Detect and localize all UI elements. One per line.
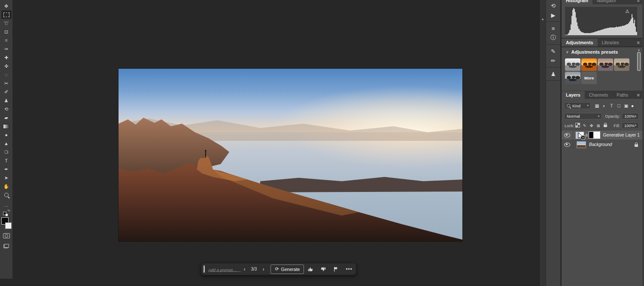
preset-bw-light[interactable] <box>565 58 580 71</box>
tab-navigator[interactable]: Navigator <box>592 0 620 4</box>
taskbar-drag-handle[interactable] <box>204 265 205 273</box>
healing-brush-tool[interactable]: ✜ <box>1 62 12 70</box>
photoshop-window: ✥➰⊡⌗✑✚✜◌✂✐♟⟲▰●▲❍T✒➤✋···↷ <box>0 0 644 286</box>
swap-colors-icon[interactable]: ↷ <box>3 210 10 216</box>
filter-shape-layers-icon[interactable]: □ <box>615 103 623 108</box>
quick-mask-icon <box>3 233 10 238</box>
histogram-refresh-warning-icon[interactable]: ⚠ <box>625 9 629 14</box>
path-selection-tool[interactable]: ➤ <box>1 173 12 182</box>
opacity-input[interactable]: 100% ▾ <box>622 113 639 119</box>
object-selection-tool[interactable]: ⊡ <box>1 27 12 36</box>
move-tool[interactable]: ✥ <box>1 2 12 10</box>
brush-settings-panel-icon[interactable]: ✎ <box>548 46 559 56</box>
clone-stamp-tool[interactable]: ♟ <box>1 96 12 105</box>
preset-sepia[interactable] <box>614 58 629 71</box>
filter-smart-objects-icon[interactable]: ▣ <box>623 103 630 108</box>
type-tool[interactable]: T <box>1 156 12 165</box>
tab-channels[interactable]: Channels <box>585 91 612 99</box>
report-flag-button[interactable] <box>330 266 342 272</box>
brushes-panel-icon[interactable]: ✏ <box>548 56 559 65</box>
thumbs-up-button[interactable] <box>304 266 317 272</box>
blur-tool[interactable]: ● <box>1 131 12 139</box>
canvas-vertical-scrollbar[interactable]: ▲ <box>539 0 546 286</box>
dodge-tool[interactable]: ❍ <box>1 148 12 156</box>
document-photo[interactable] <box>118 69 462 241</box>
layer-name[interactable]: Background <box>589 142 612 147</box>
tab-histogram[interactable]: Histogram <box>562 0 592 4</box>
lock-pixels-icon[interactable]: ✎ <box>581 123 588 128</box>
content-aware-move-tool[interactable]: ✂ <box>1 79 12 88</box>
brush-tool[interactable]: ✐ <box>1 88 12 96</box>
history-panel-icon[interactable]: ⟲ <box>548 1 559 10</box>
next-variation-button[interactable]: › <box>258 266 268 272</box>
eraser-tool[interactable]: ▰ <box>1 113 12 122</box>
crop-tool[interactable]: ⌗ <box>1 36 12 45</box>
background-color-swatch[interactable] <box>5 222 12 229</box>
quick-mask-button[interactable] <box>1 231 12 240</box>
layer-visibility-toggle[interactable] <box>562 140 573 149</box>
lock-position-icon[interactable]: ✥ <box>588 123 595 128</box>
panel-menu-icon[interactable]: ≡ <box>637 92 640 97</box>
sharpen-tool[interactable]: ▲ <box>1 139 12 148</box>
lock-transparency-icon[interactable] <box>574 123 581 128</box>
chevron-down-icon[interactable]: ∨ <box>566 50 569 54</box>
scrollbar-up-icon[interactable]: ▲ <box>540 17 546 21</box>
generate-button[interactable]: ⟳ Generate <box>270 265 304 274</box>
adjustments-scrollbar[interactable]: ▲ <box>637 48 641 90</box>
rectangular-marquee-tool[interactable] <box>1 10 12 19</box>
layer-filter-kind-dropdown[interactable]: Kind ▾ <box>564 102 591 109</box>
presets-more-button[interactable]: More <box>581 72 597 84</box>
layer-thumbnail[interactable] <box>577 141 586 148</box>
preset-muted-mauve[interactable] <box>598 58 613 71</box>
previous-variation-button[interactable]: ‹ <box>240 266 249 272</box>
preset-vivid-sunset[interactable] <box>581 58 597 71</box>
eyedropper-tool[interactable]: ✑ <box>1 45 12 53</box>
remove-tool[interactable]: ◌ <box>1 70 12 79</box>
layer-row-generative-layer-1[interactable]: ✦ 8 Generative Layer 1 <box>562 131 642 140</box>
fill-label: Fill: <box>614 123 620 128</box>
panel-menu-icon[interactable]: ≡ <box>637 0 640 3</box>
more-options-button[interactable]: ••• <box>342 266 356 272</box>
tab-paths[interactable]: Paths <box>612 91 632 99</box>
thumbs-down-button[interactable] <box>317 266 330 272</box>
tab-libraries[interactable]: Libraries <box>598 39 623 46</box>
mask-link-icon[interactable]: 8 <box>586 133 588 137</box>
info-panel-icon[interactable]: ⓘ <box>548 33 559 43</box>
color-swatches <box>1 217 12 229</box>
canvas-area[interactable] <box>13 0 539 286</box>
collapsed-panels-strip: ⟲▶≡ⓘ✎✏♟ <box>546 0 561 286</box>
scrollbar-up-icon[interactable]: ▲ <box>637 48 641 51</box>
clone-source-panel-icon[interactable]: ♟ <box>548 69 559 79</box>
hand-tool[interactable]: ✋ <box>1 182 12 191</box>
layer-name[interactable]: Generative Layer 1 <box>603 133 640 137</box>
lock-all-icon[interactable] <box>602 123 609 128</box>
blend-mode-dropdown[interactable]: Normal ▾ <box>564 113 602 119</box>
lasso-tool[interactable]: ➰ <box>1 19 12 27</box>
filter-adjustment-layers-icon[interactable]: ◐ <box>601 103 608 108</box>
zoom-tool[interactable] <box>1 191 12 199</box>
screen-mode-button[interactable] <box>1 242 12 250</box>
history-brush-tool[interactable]: ⟲ <box>1 105 12 113</box>
lock-artboard-icon[interactable]: ⊞ <box>595 123 602 128</box>
spot-healing-brush-tool[interactable]: ✚ <box>1 53 12 62</box>
actions-panel-icon[interactable]: ▶ <box>548 10 559 20</box>
layer-filter-toggle[interactable]: ● <box>631 103 634 108</box>
fill-input[interactable]: 100% ▾ <box>622 122 639 129</box>
scrollbar-thumb[interactable] <box>637 52 641 71</box>
background-lock-icon[interactable] <box>635 141 638 149</box>
gradient-tool[interactable] <box>1 122 12 131</box>
preset-bw-dark[interactable] <box>565 72 580 84</box>
layer-mask-thumbnail[interactable] <box>589 131 600 139</box>
tab-layers[interactable]: Layers <box>562 91 585 99</box>
filter-pixel-layers-icon[interactable]: ▦ <box>593 103 601 108</box>
prompt-input[interactable]: Add a prompt.... <box>208 265 240 273</box>
layer-row-background[interactable]: Background <box>562 140 642 149</box>
panel-menu-icon[interactable]: ≡ <box>637 40 640 45</box>
properties-panel-icon[interactable]: ≡ <box>548 24 559 33</box>
pen-tool[interactable]: ✒ <box>1 165 12 173</box>
tab-adjustments[interactable]: Adjustments <box>562 39 598 46</box>
filter-type-layers-icon[interactable]: T <box>608 103 615 108</box>
adjustments-presets-header[interactable]: ∨ Adjustments presets <box>562 47 642 57</box>
adjustments-presets-title: Adjustments presets <box>571 49 618 55</box>
layer-visibility-toggle[interactable] <box>562 131 573 140</box>
